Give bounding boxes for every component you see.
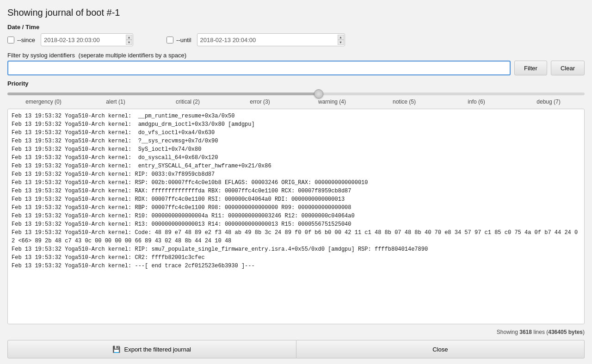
bottom-buttons: 💾 Export the filtered journal Close (7, 340, 585, 358)
status-bar: Showing 3618 lines (436405 bytes) (7, 328, 585, 336)
tick-debug: debug (7) (512, 99, 585, 105)
log-line: Feb 13 19:53:32 Yoga510-Arch kernel: ---… (12, 262, 580, 270)
log-line: Feb 13 19:53:32 Yoga510-Arch kernel: RBP… (12, 204, 580, 212)
status-prefix: Showing (497, 329, 519, 335)
since-group: --since (7, 37, 35, 43)
export-button[interactable]: 💾 Export the filtered journal (7, 340, 296, 358)
until-group: --until (166, 37, 191, 43)
log-line: Feb 13 19:53:32 Yoga510-Arch kernel: RIP… (12, 245, 580, 253)
until-down-arrow[interactable]: ▼ (338, 40, 344, 45)
status-end: ) (583, 329, 585, 335)
priority-section: Priority emergency (0) alert (1) critica… (7, 80, 585, 105)
until-checkbox[interactable] (166, 37, 173, 43)
log-area[interactable]: Feb 13 19:53:32 Yoga510-Arch kernel: __p… (7, 109, 585, 324)
until-label: --until (176, 37, 191, 43)
log-line: Feb 13 19:53:32 Yoga510-Arch kernel: RIP… (12, 170, 580, 179)
filter-button[interactable]: Filter (514, 61, 547, 75)
priority-slider[interactable] (7, 93, 585, 95)
log-line: Feb 13 19:53:32 Yoga510-Arch kernel: R10… (12, 212, 580, 220)
log-line: Feb 13 19:53:32 Yoga510-Arch kernel: RAX… (12, 187, 580, 195)
main-container: Showing journal of boot #-1 Date / Time … (0, 0, 592, 364)
status-mid: lines ( (532, 329, 548, 335)
log-line: Feb 13 19:53:32 Yoga510-Arch kernel: amd… (12, 120, 580, 129)
until-input-wrapper: ▲ ▼ (197, 33, 345, 46)
export-label: Export the filtered journal (124, 346, 191, 353)
log-line: Feb 13 19:53:32 Yoga510-Arch kernel: RDX… (12, 195, 580, 204)
byte-count: 436405 bytes (548, 329, 583, 335)
floppy-icon: 💾 (112, 345, 120, 353)
log-line: Feb 13 19:53:32 Yoga510-Arch kernel: CR2… (12, 253, 580, 262)
since-up-arrow[interactable]: ▲ (126, 35, 132, 40)
since-spinner: ▲ ▼ (126, 33, 132, 46)
datetime-label: Date / Time (7, 24, 585, 31)
datetime-row: --since ▲ ▼ --until ▲ ▼ (7, 33, 585, 46)
until-input[interactable] (197, 33, 345, 46)
tick-error: error (3) (224, 99, 296, 105)
line-count: 3618 (519, 329, 532, 335)
log-line: Feb 13 19:53:32 Yoga510-Arch kernel: __p… (12, 112, 580, 120)
log-line: Feb 13 19:53:32 Yoga510-Arch kernel: Cod… (12, 228, 580, 245)
since-label: --since (17, 37, 35, 43)
tick-emergency: emergency (0) (7, 99, 80, 105)
filter-label-row: Filter by syslog identifiers (seperate m… (7, 52, 585, 59)
since-input[interactable] (41, 33, 133, 46)
log-line: Feb 13 19:53:32 Yoga510-Arch kernel: do_… (12, 129, 580, 137)
since-down-arrow[interactable]: ▼ (126, 40, 132, 45)
clear-button[interactable]: Clear (551, 61, 585, 75)
log-line: Feb 13 19:53:32 Yoga510-Arch kernel: ent… (12, 162, 580, 170)
log-line: Feb 13 19:53:32 Yoga510-Arch kernel: do_… (12, 154, 580, 162)
tick-info: info (6) (440, 99, 512, 105)
log-line: Feb 13 19:53:32 Yoga510-Arch kernel: R13… (12, 220, 580, 228)
log-line: Feb 13 19:53:32 Yoga510-Arch kernel: ?__… (12, 137, 580, 145)
priority-ticks: emergency (0) alert (1) critical (2) err… (7, 99, 585, 105)
tick-notice: notice (5) (368, 99, 440, 105)
slider-container (7, 90, 585, 97)
close-button[interactable]: Close (296, 340, 585, 358)
filter-input[interactable] (7, 61, 511, 75)
filter-sub-label: (seperate multiple identifiers by a spac… (79, 52, 186, 59)
until-spinner: ▲ ▼ (338, 33, 344, 46)
log-line: Feb 13 19:53:32 Yoga510-Arch kernel: SyS… (12, 145, 580, 154)
tick-critical: critical (2) (152, 99, 224, 105)
since-checkbox[interactable] (7, 37, 14, 43)
since-input-wrapper: ▲ ▼ (41, 33, 133, 46)
filter-input-row: Filter Clear (7, 61, 585, 75)
datetime-section: Date / Time --since ▲ ▼ --until (7, 24, 585, 48)
filter-main-label: Filter by syslog identifiers (7, 52, 75, 59)
tick-alert: alert (1) (80, 99, 152, 105)
page-title: Showing journal of boot #-1 (7, 7, 585, 18)
priority-label: Priority (7, 80, 585, 87)
log-line: Feb 13 19:53:32 Yoga510-Arch kernel: RSP… (12, 179, 580, 187)
filter-section: Filter by syslog identifiers (seperate m… (7, 52, 585, 75)
tick-warning: warning (4) (296, 99, 368, 105)
until-up-arrow[interactable]: ▲ (338, 35, 344, 40)
